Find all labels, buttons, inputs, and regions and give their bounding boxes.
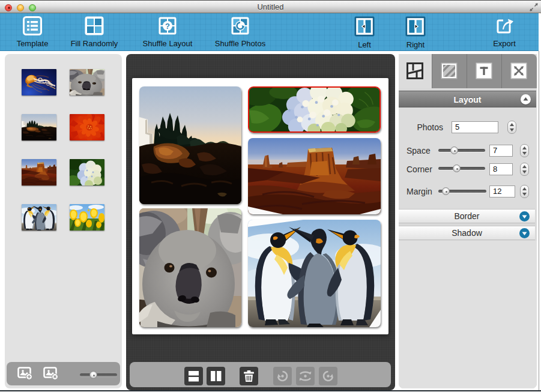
svg-text:?: ? — [165, 22, 170, 31]
